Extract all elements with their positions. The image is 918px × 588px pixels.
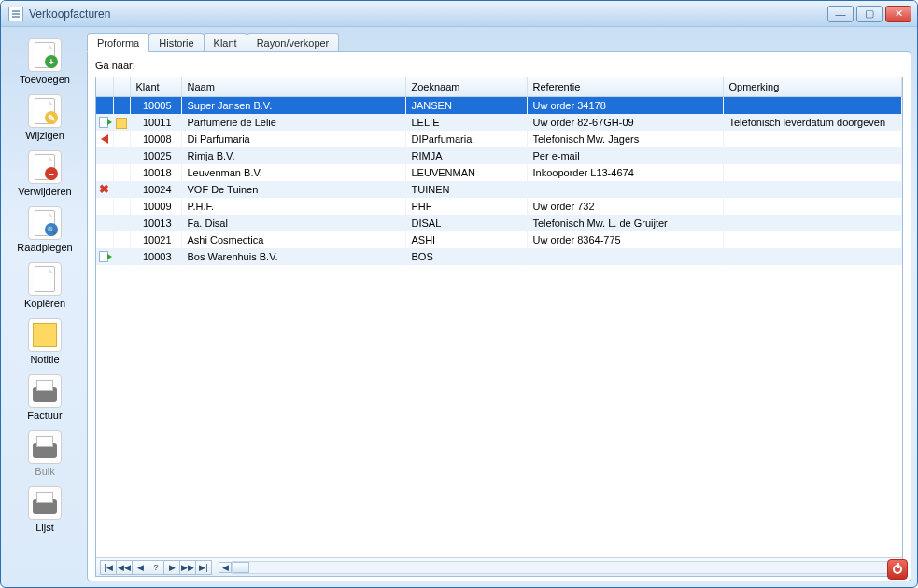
sidebar-item-lijst[interactable]: Lijst bbox=[9, 484, 80, 537]
sidebar-item-notitie[interactable]: Notitie bbox=[9, 316, 80, 369]
col-header-naam[interactable]: Naam bbox=[181, 77, 405, 97]
minimize-button[interactable]: — bbox=[827, 6, 854, 22]
cell-klant: 10013 bbox=[130, 215, 181, 231]
doc-copy-icon bbox=[28, 262, 62, 296]
cell-naam: P.H.F. bbox=[181, 198, 405, 215]
cell-zoek: PHF bbox=[405, 198, 527, 215]
close-button[interactable]: ✕ bbox=[885, 6, 911, 22]
ga-naar-label: Ga naar: bbox=[95, 60, 903, 71]
cell-ref: Inkooporder L13-4674 bbox=[527, 164, 723, 181]
cell-opm bbox=[723, 147, 902, 164]
nav-first-button[interactable]: |◀ bbox=[100, 560, 117, 575]
sidebar-item-toevoegen[interactable]: +Toevoegen bbox=[9, 36, 80, 89]
pencil-badge-icon: ✎ bbox=[45, 111, 58, 124]
grid-horizontal-scrollbar[interactable]: ◀ ▶ bbox=[232, 561, 895, 574]
printer-icon bbox=[28, 430, 62, 464]
cell-opm: Telefonisch leverdatum doorgeven bbox=[723, 114, 902, 131]
table-row[interactable]: 10025Rimja B.V.RIMJAPer e-mail bbox=[96, 147, 902, 164]
nav-last-button[interactable]: ▶| bbox=[195, 560, 212, 575]
table-row[interactable]: ✖10024VOF De TuinenTUINEN bbox=[96, 181, 902, 198]
sidebar: +Toevoegen✎Wijzigen–Verwijderen🔍Raadpleg… bbox=[7, 33, 83, 581]
scroll-thumb[interactable] bbox=[233, 562, 249, 573]
nav-fast-fwd-button[interactable]: ▶▶ bbox=[179, 560, 196, 575]
doc-view-icon: 🔍 bbox=[28, 206, 62, 240]
table-row[interactable]: 10005Super Jansen B.V.JANSENUw order 341… bbox=[96, 97, 902, 114]
table-row[interactable]: 10008Di ParfumariaDIParfumariaTelefonisc… bbox=[96, 131, 902, 147]
sidebar-item-label: Verwijderen bbox=[9, 186, 80, 197]
grid-nav-bar: |◀◀◀◀?▶▶▶▶| ◀ ▶ bbox=[96, 557, 902, 576]
sidebar-item-factuur[interactable]: Factuur bbox=[9, 372, 80, 425]
note-icon bbox=[28, 318, 62, 352]
doc-edit-icon: ✎ bbox=[28, 94, 62, 128]
minus-badge-icon: – bbox=[45, 167, 58, 180]
nav-next-button[interactable]: ▶ bbox=[163, 560, 180, 575]
col-header-icon2[interactable] bbox=[113, 77, 130, 97]
cell-klant: 10008 bbox=[130, 131, 181, 147]
cell-opm bbox=[723, 248, 902, 265]
window-document-icon bbox=[8, 7, 23, 21]
cell-zoek: LELIE bbox=[405, 114, 527, 131]
table-row[interactable]: 10018Leuvenman B.V.LEUVENMANInkooporder … bbox=[96, 164, 902, 181]
cell-ref: Uw order 82-67GH-09 bbox=[527, 114, 723, 131]
sidebar-item-verwijderen[interactable]: –Verwijderen bbox=[9, 148, 80, 201]
cell-ref bbox=[527, 181, 723, 198]
table-row[interactable]: 10013Fa. DisalDISALTelefonisch Mw. L. de… bbox=[96, 215, 902, 231]
cell-ref: Per e-mail bbox=[527, 147, 723, 164]
sidebar-item-wijzigen[interactable]: ✎Wijzigen bbox=[9, 92, 80, 145]
nav-fast-back-button[interactable]: ◀◀ bbox=[116, 560, 133, 575]
cell-opm bbox=[723, 181, 902, 198]
cell-opm bbox=[723, 215, 902, 231]
scroll-left-button[interactable]: ◀ bbox=[219, 562, 232, 573]
table-row[interactable]: 10003Bos Warenhuis B.V.BOS bbox=[96, 248, 902, 265]
printer-icon bbox=[28, 374, 62, 408]
cell-naam: Leuvenman B.V. bbox=[181, 164, 405, 181]
note-icon bbox=[116, 118, 127, 129]
sidebar-item-label: Bulk bbox=[9, 466, 80, 477]
table-row[interactable]: 10009P.H.F.PHFUw order 732 bbox=[96, 198, 902, 215]
col-header-opmerking[interactable]: Opmerking bbox=[723, 77, 902, 97]
sidebar-item-label: Wijzigen bbox=[9, 130, 80, 141]
sidebar-item-kopieren[interactable]: Kopiëren bbox=[9, 260, 80, 313]
table-row[interactable]: 10021Ashi CosmecticaASHIUw order 8364-77… bbox=[96, 231, 902, 248]
col-header-klant[interactable]: Klant bbox=[130, 77, 181, 97]
tab-rayon-verkoper[interactable]: Rayon/verkoper bbox=[247, 33, 340, 52]
tab-strip: ProformaHistorieKlantRayon/verkoper bbox=[87, 33, 911, 52]
printer-icon bbox=[28, 486, 62, 520]
maximize-button[interactable]: ▢ bbox=[856, 6, 883, 22]
tab-historie[interactable]: Historie bbox=[148, 33, 204, 52]
sidebar-item-label: Factuur bbox=[9, 410, 80, 421]
col-header-icon1[interactable] bbox=[96, 77, 113, 97]
cell-zoek: DISAL bbox=[405, 215, 527, 231]
cell-naam: Parfumerie de Lelie bbox=[181, 114, 405, 131]
sidebar-item-bulk: Bulk bbox=[9, 428, 80, 481]
cell-ref bbox=[527, 248, 723, 265]
cell-opm bbox=[723, 164, 902, 181]
doc-add-icon: + bbox=[28, 38, 62, 72]
col-header-zoeknaam[interactable]: Zoeknaam bbox=[405, 77, 527, 97]
nav-prev-button[interactable]: ◀ bbox=[132, 560, 148, 575]
cell-zoek: ASHI bbox=[405, 231, 527, 248]
titlebar: Verkoopfacturen — ▢ ✕ bbox=[1, 1, 917, 27]
tab-proforma[interactable]: Proforma bbox=[87, 33, 149, 52]
sidebar-item-label: Raadplegen bbox=[9, 242, 80, 253]
cell-klant: 10021 bbox=[130, 231, 181, 248]
cell-zoek: DIParfumaria bbox=[405, 131, 527, 147]
magnifier-badge-icon: 🔍 bbox=[45, 223, 58, 236]
doc-del-icon: – bbox=[28, 150, 62, 184]
cell-klant: 10025 bbox=[130, 147, 181, 164]
cell-zoek: RIMJA bbox=[405, 147, 527, 164]
table-row[interactable]: 10011Parfumerie de LelieLELIEUw order 82… bbox=[96, 114, 902, 131]
delete-x-icon: ✖ bbox=[98, 183, 111, 196]
cell-zoek: BOS bbox=[405, 248, 527, 265]
cell-opm bbox=[723, 198, 902, 215]
col-header-referentie[interactable]: Referentie bbox=[527, 77, 723, 97]
power-button[interactable] bbox=[887, 559, 908, 580]
plus-badge-icon: + bbox=[45, 55, 58, 68]
arrow-left-red-icon bbox=[98, 133, 111, 146]
cell-ref: Telefonisch Mw. Jagers bbox=[527, 131, 723, 147]
sidebar-item-label: Lijst bbox=[9, 522, 80, 533]
nav-help-button[interactable]: ? bbox=[148, 560, 164, 575]
cell-opm bbox=[723, 131, 902, 147]
tab-klant[interactable]: Klant bbox=[204, 33, 247, 52]
sidebar-item-raadplegen[interactable]: 🔍Raadplegen bbox=[9, 204, 80, 257]
